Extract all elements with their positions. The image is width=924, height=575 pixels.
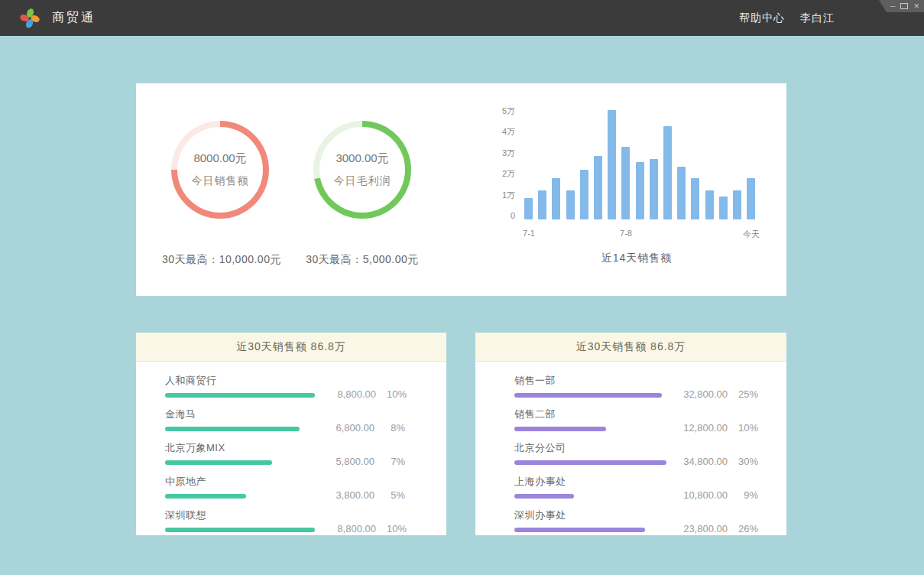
- item-bar: [165, 427, 300, 431]
- today-profit-donut: 3000.00元 今日毛利润: [313, 121, 411, 219]
- item-name: 深圳联想: [165, 508, 315, 522]
- close-icon[interactable]: ✕: [913, 0, 919, 12]
- item-name: 北京万象MIX: [165, 441, 313, 455]
- item-amount: 6,800.00: [313, 422, 374, 434]
- help-center-link[interactable]: 帮助中心: [739, 11, 785, 25]
- item-name: 金海马: [165, 408, 313, 421]
- window-controls: ─ ✕: [879, 0, 924, 12]
- bar: [747, 178, 755, 219]
- item-percent: 10%: [728, 422, 758, 434]
- item-percent: 10%: [376, 388, 407, 400]
- bar: [705, 190, 714, 219]
- list-item: 上海办事处10,800.009%: [514, 475, 758, 499]
- item-amount: 12,800.00: [666, 422, 728, 434]
- y-axis-tick: 1万: [495, 190, 515, 200]
- item-name: 销售二部: [514, 408, 666, 421]
- item-percent: 10%: [376, 523, 407, 534]
- item-bar: [165, 528, 315, 532]
- bar: [636, 162, 644, 219]
- item-amount: 3,800.00: [313, 489, 374, 501]
- bar: [650, 159, 658, 219]
- bar: [719, 197, 728, 219]
- item-percent: 8%: [374, 422, 405, 434]
- item-amount: 5,800.00: [313, 456, 374, 467]
- list-item: 北京万象MIX5,800.007%: [165, 441, 405, 465]
- bar: [691, 178, 699, 219]
- app-title: 商贸通: [52, 10, 96, 26]
- logo-petals: [19, 7, 41, 28]
- overview-card: 8000.00元 今日销售额 30天最高：10,000.00元 3000.00元…: [136, 83, 786, 296]
- item-amount: 8,800.00: [315, 523, 376, 534]
- list-item: 人和商贸行8,800.0010%: [165, 374, 405, 398]
- today-profit-value: 3000.00元: [336, 151, 388, 166]
- item-percent: 26%: [728, 523, 758, 534]
- bar: [663, 126, 672, 219]
- bar: [552, 178, 560, 219]
- item-bar: [165, 494, 246, 499]
- bar: [524, 198, 533, 219]
- departments-list: 销售一部32,800.0025%销售二部12,800.0010%北京分公司34,…: [475, 362, 786, 532]
- today-sales-value: 8000.00元: [193, 151, 246, 166]
- item-bar: [165, 393, 315, 398]
- list-item: 中原地产3,800.005%: [165, 475, 405, 499]
- item-percent: 9%: [728, 489, 758, 501]
- y-axis-tick: 2万: [495, 168, 515, 179]
- today-sales-donut-center: 8000.00元 今日销售额: [177, 127, 263, 213]
- item-name: 人和商贸行: [165, 374, 315, 388]
- today-profit-donut-center: 3000.00元 今日毛利润: [319, 127, 405, 213]
- item-name: 中原地产: [165, 475, 313, 489]
- item-bar: [514, 528, 645, 532]
- departments-ranking-card: 近30天销售额 86.8万 销售一部32,800.0025%销售二部12,800…: [475, 333, 786, 535]
- item-percent: 5%: [374, 489, 405, 501]
- item-bar: [514, 427, 606, 431]
- list-item: 金海马6,800.008%: [165, 408, 405, 431]
- bar: [733, 190, 741, 219]
- x-axis-tick: 今天: [728, 229, 774, 240]
- customers-card-title: 近30天销售额 86.8万: [136, 333, 446, 362]
- x-axis-tick: 7-1: [506, 229, 552, 238]
- bar: [621, 147, 630, 219]
- bar: [580, 170, 588, 219]
- bar: [608, 110, 616, 219]
- bar: [594, 156, 602, 219]
- item-amount: 23,800.00: [666, 523, 728, 534]
- item-bar: [165, 460, 272, 465]
- customers-list: 人和商贸行8,800.0010%金海马6,800.008%北京万象MIX5,80…: [136, 362, 446, 532]
- item-name: 销售一部: [514, 374, 666, 388]
- y-axis-tick: 5万: [495, 106, 515, 116]
- item-amount: 32,800.00: [666, 388, 728, 400]
- y-axis-tick: 0: [495, 210, 515, 221]
- bar-chart-title: 近14天销售额: [495, 252, 778, 265]
- departments-card-title: 近30天销售额 86.8万: [475, 333, 786, 362]
- item-name: 北京分公司: [514, 441, 666, 455]
- item-bar: [514, 393, 662, 398]
- item-amount: 34,800.00: [666, 456, 728, 467]
- x-axis-tick: 7-8: [603, 229, 649, 238]
- item-percent: 30%: [728, 456, 758, 467]
- list-item: 深圳联想8,800.0010%: [165, 508, 405, 532]
- y-axis-tick: 4万: [495, 126, 515, 137]
- y-axis-tick: 3万: [495, 148, 515, 158]
- app-logo-pinwheel-icon: [18, 7, 41, 30]
- maximize-icon[interactable]: [900, 3, 908, 9]
- profit-30day-max: 30天最高：5,000.00元: [248, 253, 477, 267]
- customers-ranking-card: 近30天销售额 86.8万 人和商贸行8,800.0010%金海马6,800.0…: [136, 333, 446, 535]
- item-name: 深圳办事处: [514, 508, 666, 522]
- item-percent: 7%: [374, 456, 405, 467]
- item-bar: [514, 460, 666, 465]
- list-item: 深圳办事处23,800.0026%: [514, 508, 758, 532]
- today-sales-label: 今日销售额: [192, 174, 249, 188]
- list-item: 销售一部32,800.0025%: [514, 374, 758, 398]
- item-name: 上海办事处: [514, 475, 666, 489]
- minimize-icon[interactable]: ─: [890, 0, 895, 12]
- username-link[interactable]: 李白江: [800, 11, 835, 25]
- bar: [538, 190, 546, 219]
- list-item: 销售二部12,800.0010%: [514, 408, 758, 431]
- item-bar: [514, 494, 574, 499]
- item-percent: 25%: [728, 388, 758, 400]
- topbar: 商贸通 帮助中心 李白江 ─ ✕: [0, 0, 924, 36]
- item-amount: 10,800.00: [666, 489, 728, 501]
- bar: [677, 167, 686, 219]
- bar: [566, 190, 575, 219]
- sales-14day-bar-chart: 01万2万3万4万5万7-17-8今天 近14天销售额: [495, 105, 778, 281]
